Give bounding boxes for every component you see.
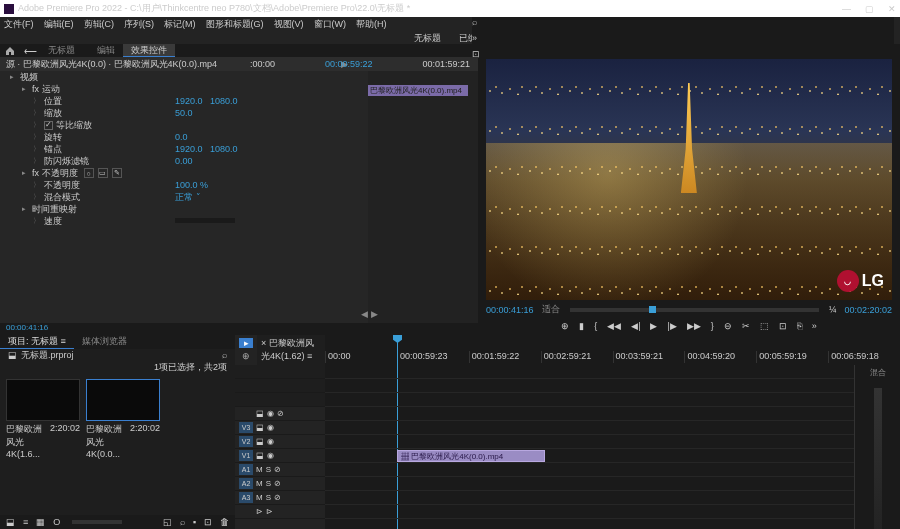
fx-pager[interactable]: ◀ ▶	[361, 309, 378, 319]
video-track-header[interactable]: V1⬓◉	[235, 449, 325, 463]
track-toggle-icon[interactable]: S	[266, 479, 271, 488]
track-row[interactable]	[325, 463, 854, 477]
speed-slider[interactable]	[175, 218, 235, 223]
audio-track-header[interactable]: A1MS⊘	[235, 463, 325, 477]
fx-value[interactable]: 1080.0	[210, 144, 238, 154]
track-toggle-icon[interactable]: ◉	[267, 409, 274, 418]
track-toggle-icon[interactable]: ◉	[267, 451, 274, 460]
transport-button[interactable]: ✂	[742, 321, 750, 331]
project-item[interactable]: 巴黎欧洲风光4K(1.6...2:20:02	[6, 379, 80, 459]
tool-button[interactable]: ▸	[239, 338, 253, 348]
twirl-icon[interactable]: 〉	[32, 121, 40, 129]
minimize-button[interactable]: —	[842, 4, 851, 14]
track-row[interactable]	[325, 491, 854, 505]
twirl-icon[interactable]: ▸	[20, 85, 28, 93]
playhead-handle[interactable]	[649, 306, 656, 313]
project-action-icon[interactable]: ◱	[163, 517, 172, 527]
fx-mini-clip[interactable]: 巴黎欧洲风光4K(0.0).mp4	[368, 85, 468, 96]
search-icon[interactable]: ⌕	[472, 17, 894, 27]
filter-icon[interactable]: ⌕	[222, 350, 227, 360]
menu-item[interactable]: 文件(F)	[4, 18, 34, 31]
twirl-icon[interactable]: 〉	[32, 157, 40, 165]
track-toggle-icon[interactable]: ⊘	[274, 479, 281, 488]
workspace-tab[interactable]: 无标题	[414, 32, 441, 45]
view-mode-icon[interactable]: O	[53, 517, 60, 527]
project-action-icon[interactable]: ⊡	[204, 517, 212, 527]
fx-value[interactable]: 0.0	[175, 132, 188, 142]
transport-button[interactable]: {	[594, 321, 597, 331]
tab-project[interactable]: 项目: 无标题 ≡	[0, 335, 74, 349]
menu-item[interactable]: 帮助(H)	[356, 18, 387, 31]
transport-button[interactable]: ◀|	[631, 321, 640, 331]
track-area[interactable]: ▦ 巴黎欧洲风光4K(0.0).mp4	[325, 365, 854, 529]
track-toggle-icon[interactable]: ⊘	[277, 409, 284, 418]
view-mode-icon[interactable]: ⬓	[6, 517, 15, 527]
menu-item[interactable]: 剪辑(C)	[84, 18, 115, 31]
track-toggle-icon[interactable]: M	[256, 465, 263, 474]
track-row[interactable]	[325, 477, 854, 491]
twirl-icon[interactable]: 〉	[32, 97, 40, 105]
track-row[interactable]: ▦ 巴黎欧洲风光4K(0.0).mp4	[325, 449, 854, 463]
program-res[interactable]: ¼	[829, 305, 837, 315]
fx-value[interactable]: 0.00	[175, 156, 193, 166]
preview-viewport[interactable]: ◡LG	[486, 59, 892, 300]
view-mode-icon[interactable]: ≡	[23, 517, 28, 527]
transport-button[interactable]: }	[711, 321, 714, 331]
overflow-icon[interactable]: »	[472, 33, 894, 43]
video-track-header[interactable]: V3⬓◉	[235, 421, 325, 435]
fit-dropdown[interactable]: 适合	[542, 303, 560, 316]
track-toggle-icon[interactable]: S	[266, 465, 271, 474]
menu-item[interactable]: 编辑(E)	[44, 18, 74, 31]
close-button[interactable]: ✕	[888, 4, 896, 14]
source-tab[interactable]: 无标题	[40, 44, 83, 57]
thumbnail[interactable]	[86, 379, 160, 421]
track-toggle-icon[interactable]: ◉	[267, 423, 274, 432]
track-toggle-icon[interactable]: ⬓	[256, 409, 264, 418]
panel-menu-icon[interactable]: ⊡	[472, 49, 894, 59]
tab-effect-controls[interactable]: 效果控件	[123, 44, 175, 57]
track-toggle-icon[interactable]: ⊳	[256, 507, 263, 516]
tab-edit[interactable]: 编辑	[89, 44, 123, 57]
twirl-icon[interactable]: 〉	[32, 145, 40, 153]
track-toggle-icon[interactable]: ⬓	[256, 423, 264, 432]
track-toggle-icon[interactable]: ⊘	[274, 465, 281, 474]
twirl-icon[interactable]: 〉	[32, 109, 40, 117]
transport-button[interactable]: ▮	[579, 321, 584, 331]
transport-button[interactable]: ⊡	[779, 321, 787, 331]
program-scrubber[interactable]	[570, 308, 819, 312]
transport-button[interactable]: »	[812, 321, 817, 331]
fx-value[interactable]: 正常 ˅	[175, 191, 201, 204]
track-toggle-icon[interactable]: M	[256, 493, 263, 502]
track-label[interactable]: A1	[239, 464, 253, 475]
track-label[interactable]: A2	[239, 478, 253, 489]
track-toggle-icon[interactable]: ⊘	[274, 493, 281, 502]
twirl-icon[interactable]: 〉	[32, 217, 40, 225]
track-toggle-icon[interactable]: ⊳	[266, 507, 273, 516]
sequence-name[interactable]: × 巴黎欧洲风光4K(1.62) ≡	[261, 337, 321, 363]
twirl-icon[interactable]: ▸	[20, 169, 28, 177]
zoom-slider[interactable]	[72, 520, 122, 524]
ruler[interactable]: 00:0000:00:59:2300:01:59:2200:02:59:2100…	[325, 351, 900, 363]
view-mode-icon[interactable]: ▦	[36, 517, 45, 527]
tool-button[interactable]: ⊕	[239, 351, 253, 361]
transport-button[interactable]: ⊕	[561, 321, 569, 331]
project-action-icon[interactable]: ▪	[193, 517, 196, 527]
audio-track-header[interactable]: A3MS⊘	[235, 491, 325, 505]
fx-value[interactable]: 1920.0	[175, 144, 203, 154]
video-track-header[interactable]: ⬓◉⊘	[235, 407, 325, 421]
fx-value[interactable]: 1080.0	[210, 96, 238, 106]
project-action-icon[interactable]: ⌕	[180, 517, 185, 527]
track-toggle-icon[interactable]: S	[266, 493, 271, 502]
fx-mini-timeline[interactable]: 巴黎欧洲风光4K(0.0).mp4	[368, 71, 478, 323]
track-row[interactable]	[325, 505, 854, 519]
project-action-icon[interactable]: 🗑	[220, 517, 229, 527]
track-label[interactable]: V3	[239, 422, 253, 433]
fx-value[interactable]: 50.0	[175, 108, 193, 118]
track-row[interactable]	[325, 421, 854, 435]
transport-button[interactable]: ⊖	[724, 321, 732, 331]
track-toggle-icon[interactable]: ⬓	[256, 437, 264, 446]
menu-item[interactable]: 标记(M)	[164, 18, 196, 31]
fx-value[interactable]: 100.0 %	[175, 180, 208, 190]
menu-item[interactable]: 图形和标题(G)	[206, 18, 264, 31]
twirl-icon[interactable]: ▸	[8, 73, 16, 81]
